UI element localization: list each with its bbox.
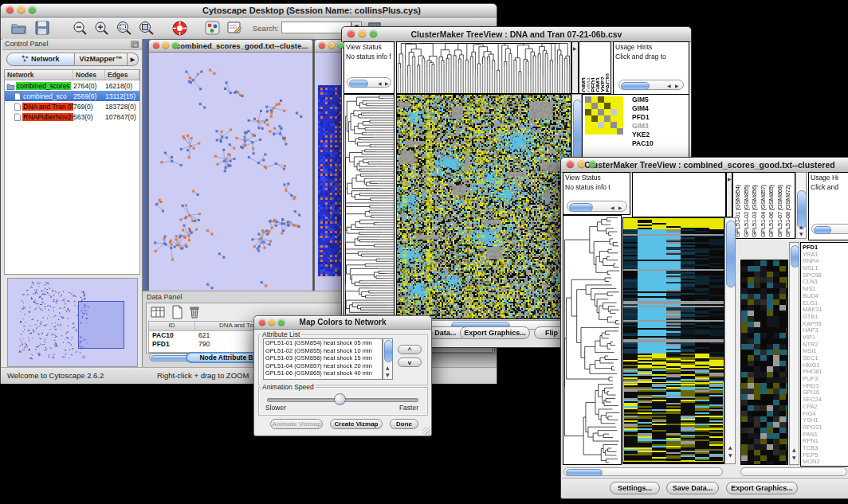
attribute-option[interactable]: GPL51-02 (GSM855) heat shock 10 min bbox=[265, 347, 382, 355]
gene-label[interactable]: VIP1 bbox=[803, 334, 848, 341]
close-button[interactable] bbox=[153, 42, 159, 49]
network-canvas[interactable] bbox=[149, 53, 311, 297]
animate-vizmap-button[interactable]: Animate Vizmap bbox=[270, 419, 323, 429]
gene-label[interactable]: NTR2 bbox=[803, 341, 848, 348]
tv2-usage-scrollbar[interactable] bbox=[811, 224, 848, 234]
minimize-button[interactable] bbox=[359, 30, 366, 37]
zoom-in-icon[interactable] bbox=[94, 21, 110, 36]
tv2-save-data-button[interactable]: Save Data... bbox=[666, 482, 719, 494]
gene-label[interactable]: CPA2 bbox=[803, 403, 848, 410]
move-up-button[interactable]: ^ bbox=[398, 345, 422, 354]
network-row[interactable]: RNAPuberNov2+563(0)107847(0) bbox=[5, 111, 139, 122]
tv2-export-graphics-button[interactable]: Export Graphics... bbox=[726, 482, 798, 494]
main-titlebar[interactable]: Cytoscape Desktop (Session Name: collins… bbox=[1, 4, 497, 18]
birdseye-viewport-rect[interactable] bbox=[78, 301, 124, 349]
zoom-button[interactable] bbox=[589, 161, 596, 168]
annotation-icon[interactable] bbox=[226, 21, 242, 35]
gene-label[interactable]: BUD4 bbox=[803, 292, 848, 299]
column-header[interactable]: Edges bbox=[105, 70, 139, 80]
tv1-correlation-matrix[interactable] bbox=[585, 96, 623, 135]
gene-label[interactable]: MSI1 bbox=[803, 347, 848, 354]
network-row[interactable]: DNA and Tran 07769(0)183728(0) bbox=[5, 101, 139, 111]
attribute-option[interactable]: GPL51-07 (GSM868) heat shock 60 min bbox=[265, 377, 382, 381]
gene-label[interactable]: HAP3 bbox=[803, 326, 848, 334]
tv1-status-scrollbar[interactable]: ◀▶ bbox=[347, 77, 391, 88]
zoom-button[interactable] bbox=[29, 6, 36, 14]
minimize-button[interactable] bbox=[18, 6, 25, 14]
attribute-option[interactable]: GPL51-03 (GSM856) heat shock 15 min bbox=[265, 354, 382, 362]
delete-attribute-trash-icon[interactable] bbox=[188, 305, 201, 319]
zoom-button[interactable] bbox=[172, 42, 179, 49]
tv2-genelist-vscrollbar[interactable]: ▲▼ bbox=[789, 242, 799, 465]
resize-grip[interactable] bbox=[422, 427, 430, 435]
gene-label[interactable]: GPI16 bbox=[803, 389, 848, 396]
minimize-button[interactable] bbox=[269, 319, 275, 326]
gene-label[interactable]: MON2 bbox=[803, 458, 848, 465]
tv1-splitter[interactable]: ▶ bbox=[571, 41, 579, 94]
close-button[interactable] bbox=[567, 161, 574, 168]
gene-label[interactable]: RPO21 bbox=[803, 424, 848, 431]
gene-label[interactable]: PEP5 bbox=[803, 451, 848, 459]
minimize-button[interactable] bbox=[578, 161, 585, 168]
gene-label[interactable]: YRA1 bbox=[803, 251, 848, 258]
column-header[interactable]: ID bbox=[149, 322, 195, 330]
tv1-export-graphics-button[interactable]: Export Graphics... bbox=[460, 326, 530, 339]
gene-label[interactable]: KAP95 bbox=[803, 320, 848, 327]
gene-label[interactable]: ELG1 bbox=[803, 299, 848, 307]
close-button[interactable] bbox=[259, 319, 265, 326]
gene-label[interactable]: CLN1 bbox=[803, 278, 848, 285]
zoom-fit-icon[interactable] bbox=[138, 21, 155, 36]
attribute-option[interactable]: GPL51-04 (GSM857) heat shock 20 min bbox=[265, 362, 382, 370]
zoom-selected-icon[interactable] bbox=[116, 21, 133, 36]
column-header[interactable]: Network bbox=[5, 70, 73, 80]
close-button[interactable] bbox=[6, 6, 14, 14]
gene-label[interactable]: SEC1 bbox=[803, 354, 848, 361]
tv2-labels-vscrollbar[interactable]: ▲▼ bbox=[795, 172, 807, 239]
gene-label[interactable]: YSH1 bbox=[803, 416, 848, 424]
tv2-heatmap[interactable] bbox=[622, 217, 724, 464]
new-attribute-icon[interactable] bbox=[171, 305, 183, 319]
attribute-list[interactable]: GPL51-01 (GSM854) heat shock 05 minGPL51… bbox=[263, 338, 383, 380]
zoom-button[interactable] bbox=[370, 30, 377, 37]
vizmapper-icon[interactable] bbox=[205, 21, 220, 35]
gene-label[interactable]: SPC98 bbox=[803, 272, 848, 279]
tv1-usage-scrollbar[interactable]: ◀▶ bbox=[618, 80, 684, 90]
gene-label[interactable]: GTB1 bbox=[803, 313, 848, 320]
tv1-column-dendrogram[interactable] bbox=[396, 41, 571, 94]
network-row[interactable]: combined_scores2764(0)16218(0) bbox=[5, 80, 139, 91]
tv2-heatmap-vscrollbar[interactable]: ▲▼ bbox=[724, 217, 736, 464]
move-down-button[interactable]: v bbox=[398, 357, 422, 367]
tv1-row-dendrogram[interactable] bbox=[344, 94, 395, 319]
minimize-button[interactable] bbox=[163, 42, 169, 49]
tv2-settings-button[interactable]: Settings... bbox=[610, 482, 660, 494]
close-button[interactable] bbox=[319, 42, 325, 49]
gene-label[interactable]: HMG1 bbox=[803, 361, 848, 369]
gene-label[interactable]: PAN1 bbox=[803, 431, 848, 438]
speed-slider-thumb[interactable] bbox=[334, 393, 346, 405]
gene-label[interactable]: MSL1 bbox=[803, 264, 848, 272]
help-lifering-icon[interactable] bbox=[171, 20, 188, 37]
tv2-row-dendrogram[interactable] bbox=[563, 215, 622, 465]
save-session-button[interactable] bbox=[34, 21, 50, 35]
float-panel-icon[interactable] bbox=[131, 41, 139, 48]
gene-label[interactable]: PFD1 bbox=[803, 244, 848, 251]
attribute-list-scrollbar[interactable]: ▲▼ bbox=[383, 338, 393, 380]
gene-label[interactable]: RNR4 bbox=[803, 257, 848, 264]
attribute-option[interactable]: GPL51-01 (GSM854) heat shock 05 min bbox=[265, 339, 382, 347]
attribute-option[interactable]: GPL51-06 (GSM865) heat shock 40 min bbox=[265, 369, 382, 377]
gene-label[interactable]: FIG4 bbox=[803, 410, 848, 417]
column-header[interactable]: Nodes bbox=[73, 70, 105, 80]
create-vizmap-button[interactable]: Create Vizmap bbox=[330, 419, 383, 429]
gene-label[interactable]: MAK31 bbox=[803, 306, 848, 313]
zoom-button[interactable] bbox=[278, 319, 285, 326]
tv1-heatmap[interactable] bbox=[396, 94, 571, 319]
gene-label[interactable]: PUF3 bbox=[803, 375, 848, 382]
gene-label[interactable]: PHO81 bbox=[803, 368, 848, 375]
zoom-button[interactable] bbox=[338, 42, 344, 49]
done-button[interactable]: Done bbox=[390, 419, 418, 429]
gene-label[interactable]: HRD3 bbox=[803, 382, 848, 389]
tv2-status-scrollbar[interactable]: ◀▶ bbox=[567, 201, 627, 212]
gene-label[interactable]: NIS1 bbox=[803, 285, 848, 292]
network-row[interactable]: combined_sco2569(6)13112(15) bbox=[5, 91, 139, 101]
tab-vizmapper[interactable]: VizMapper™ bbox=[75, 53, 128, 66]
